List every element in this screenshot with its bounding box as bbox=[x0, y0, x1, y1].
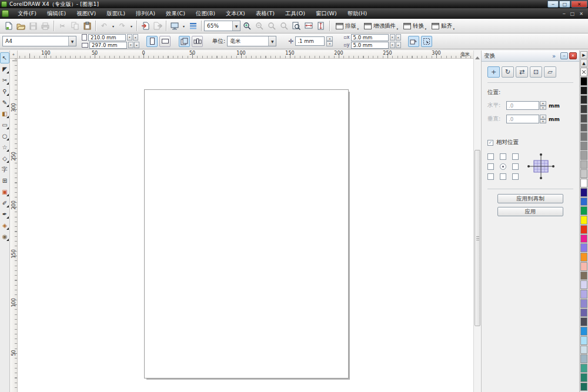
ruler-origin[interactable]: ⌖ bbox=[10, 51, 18, 59]
paper-type-combobox[interactable]: A4 ▼ bbox=[2, 36, 76, 46]
paper-height-input[interactable]: 297.0 mm bbox=[89, 42, 127, 49]
transform-scale-mirror-button[interactable]: ⇄ bbox=[516, 66, 528, 78]
import-button[interactable] bbox=[139, 20, 151, 32]
application-launcher-button[interactable] bbox=[169, 20, 181, 32]
paper-height-down[interactable]: ▾ bbox=[128, 42, 133, 48]
blend-tool[interactable]: ▣ bbox=[0, 186, 9, 197]
relative-position-checkbox[interactable]: ✓ bbox=[487, 140, 493, 146]
zoom-in-button[interactable] bbox=[241, 20, 253, 32]
dup-y-down[interactable]: ▾ bbox=[390, 42, 395, 48]
zoom-to-page-button[interactable] bbox=[290, 20, 302, 32]
color-swatch[interactable] bbox=[580, 272, 587, 280]
units-combobox[interactable]: 毫米 ▼ bbox=[227, 36, 276, 46]
paper-width-down[interactable]: ▾ bbox=[127, 34, 132, 41]
zoom-out-button[interactable] bbox=[253, 20, 265, 32]
anchor-checkbox[interactable] bbox=[512, 173, 519, 180]
transform-position-button[interactable]: + bbox=[487, 66, 500, 78]
anchor-checkbox[interactable] bbox=[500, 153, 506, 160]
units-arrow[interactable]: ▼ bbox=[268, 36, 276, 46]
print-button[interactable] bbox=[39, 20, 51, 32]
anchor-checkbox[interactable] bbox=[500, 173, 506, 180]
color-swatch[interactable] bbox=[580, 346, 587, 354]
smart-fill-tool[interactable]: ◧ bbox=[0, 108, 9, 119]
color-swatch[interactable] bbox=[580, 206, 587, 215]
color-swatch[interactable] bbox=[580, 77, 587, 86]
duplicate-distance-y-input[interactable]: 5.0 mm bbox=[351, 42, 389, 49]
color-swatch[interactable] bbox=[580, 197, 587, 206]
dup-x-down[interactable]: ▾ bbox=[390, 34, 395, 41]
doc-restore-button[interactable]: □ bbox=[570, 11, 575, 16]
duplicate-distance-x-input[interactable]: 5.0 mm bbox=[351, 34, 389, 41]
color-swatch[interactable] bbox=[580, 160, 587, 169]
doc-minimize-button[interactable]: ‒ bbox=[563, 11, 566, 16]
color-swatch[interactable] bbox=[580, 86, 587, 95]
color-swatch[interactable] bbox=[580, 383, 587, 391]
save-button[interactable] bbox=[27, 20, 39, 32]
transform-size-button[interactable]: ⊡ bbox=[530, 66, 542, 78]
no-color-swatch[interactable] bbox=[580, 68, 587, 76]
zoom-tool[interactable]: ⚲ bbox=[0, 86, 9, 97]
zoom-level-combobox[interactable]: 65% ▼ bbox=[204, 21, 240, 31]
menu-item[interactable]: 窗口(W) bbox=[310, 8, 342, 19]
vertical-input[interactable]: .0 bbox=[506, 115, 539, 123]
color-swatch[interactable] bbox=[580, 234, 587, 243]
enhanced-plugins-button[interactable]: 增强插件 ▾ bbox=[360, 20, 399, 32]
apply-to-duplicate-button[interactable]: 应用到再制 bbox=[497, 194, 563, 203]
vertical-ruler[interactable]: 30025020015010050 bbox=[10, 59, 18, 392]
menu-item[interactable]: 帮助(H) bbox=[342, 8, 373, 19]
h-up[interactable]: ▴ bbox=[540, 101, 546, 106]
color-swatch[interactable] bbox=[580, 290, 587, 299]
color-swatch[interactable] bbox=[580, 373, 587, 382]
restore-button[interactable]: □ bbox=[559, 1, 570, 8]
nudge-offset-input[interactable]: .1 mm bbox=[295, 36, 325, 46]
paper-width-up[interactable]: ▴ bbox=[133, 34, 138, 41]
dup-x-up[interactable]: ▴ bbox=[396, 34, 401, 41]
color-swatch[interactable] bbox=[580, 336, 587, 345]
undo-button[interactable]: ↶ bbox=[98, 20, 110, 32]
zoom-to-page-height-button[interactable] bbox=[315, 20, 327, 32]
polygon-tool[interactable]: ☆ bbox=[0, 142, 9, 153]
undo-dropdown-arrow[interactable]: ▾ bbox=[111, 20, 116, 32]
paper-type-arrow[interactable]: ▼ bbox=[68, 36, 76, 46]
pick-tool[interactable]: ↖ bbox=[0, 52, 9, 63]
color-swatch[interactable] bbox=[580, 179, 587, 187]
horizontal-input[interactable]: .0 bbox=[506, 101, 539, 110]
fill-tool[interactable]: ◈ bbox=[0, 220, 9, 231]
landscape-button[interactable] bbox=[159, 36, 171, 47]
crop-tool[interactable]: ✂ bbox=[0, 75, 9, 86]
anchor-checkbox[interactable] bbox=[512, 163, 519, 170]
color-swatch[interactable] bbox=[580, 114, 587, 123]
color-swatch[interactable] bbox=[580, 105, 587, 113]
new-document-button[interactable] bbox=[2, 20, 14, 32]
color-swatch[interactable] bbox=[580, 132, 587, 141]
color-swatch[interactable] bbox=[580, 262, 587, 271]
typesetting-button[interactable]: 排版 ▾ bbox=[332, 20, 360, 32]
text-tool[interactable]: 字 bbox=[0, 164, 9, 175]
color-swatch[interactable] bbox=[580, 299, 587, 308]
paper-height-up[interactable]: ▴ bbox=[134, 42, 139, 48]
table-tool[interactable]: ⊞ bbox=[0, 175, 9, 186]
portrait-button[interactable] bbox=[146, 36, 158, 47]
rectangle-tool[interactable]: ▭ bbox=[0, 119, 9, 130]
docker-close-button[interactable]: ✕ bbox=[569, 52, 577, 59]
menu-item[interactable]: 编辑(E) bbox=[42, 8, 71, 19]
color-swatch[interactable] bbox=[580, 225, 587, 234]
menu-item[interactable]: 视图(V) bbox=[71, 8, 101, 19]
color-swatch[interactable] bbox=[580, 216, 587, 225]
dup-y-up[interactable]: ▴ bbox=[396, 42, 401, 48]
drawing-workspace[interactable] bbox=[18, 59, 473, 392]
palette-flyout-button[interactable]: ▶ bbox=[580, 51, 587, 59]
open-button[interactable] bbox=[15, 20, 26, 32]
zoom-to-all-button[interactable] bbox=[278, 20, 290, 32]
menu-item[interactable]: 工具(O) bbox=[280, 8, 310, 19]
doc-close-button[interactable]: ✕ bbox=[579, 11, 583, 16]
menu-item[interactable]: 表格(T) bbox=[250, 8, 280, 19]
welcome-screen-button[interactable] bbox=[187, 20, 199, 32]
nudge-up[interactable]: ▴ bbox=[326, 36, 333, 42]
all-pages-same-size-button[interactable] bbox=[179, 36, 190, 47]
color-swatch[interactable] bbox=[580, 327, 587, 336]
menu-item[interactable]: 效果(C) bbox=[161, 8, 191, 19]
nudge-down[interactable]: ▾ bbox=[326, 41, 333, 46]
interactive-fill-tool[interactable]: ◉ bbox=[0, 231, 9, 242]
color-swatch[interactable] bbox=[580, 309, 587, 317]
